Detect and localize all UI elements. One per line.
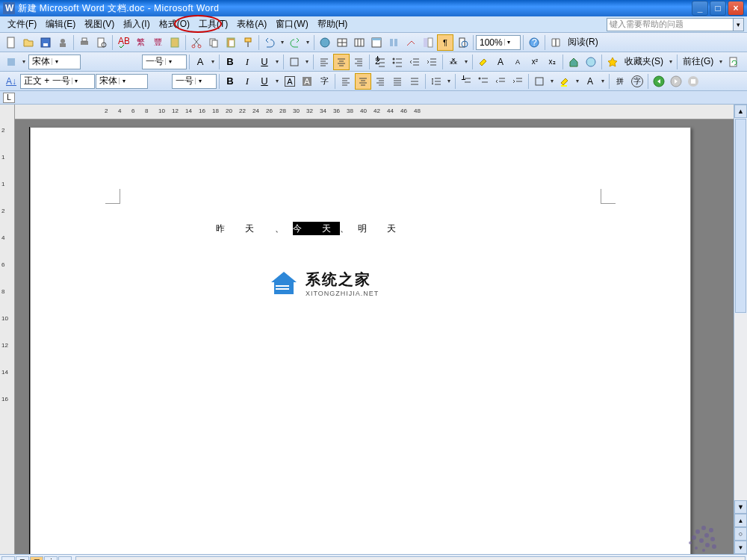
menu-insert[interactable]: 插入(I) xyxy=(119,16,154,32)
permission-icon[interactable] xyxy=(55,34,71,51)
enclose-icon[interactable]: 字 xyxy=(629,73,645,90)
phonetic-icon[interactable]: 拼 xyxy=(612,73,628,90)
border2-icon[interactable] xyxy=(531,73,548,90)
back-nav-icon[interactable] xyxy=(651,73,667,90)
font-grow-icon[interactable]: A xyxy=(492,54,509,70)
menu-table[interactable]: 表格(A) xyxy=(232,16,271,32)
show-marks-icon[interactable]: ¶ xyxy=(437,34,453,51)
preview-icon[interactable] xyxy=(93,34,110,51)
horizontal-scrollbar[interactable]: ◀ xyxy=(75,556,746,561)
scroll-up-icon[interactable]: ▲ xyxy=(734,105,747,118)
print-icon[interactable] xyxy=(76,34,93,51)
highlight2-icon[interactable] xyxy=(557,73,573,90)
style-combo[interactable]: 正文 + 一号▾ xyxy=(20,74,95,89)
maximize-button[interactable]: □ xyxy=(710,1,726,16)
menu-tools[interactable]: 工具(T) xyxy=(194,16,232,32)
align-center-icon[interactable] xyxy=(333,54,350,70)
trad-simp-icon[interactable]: 繁 xyxy=(132,34,149,51)
vertical-ruler[interactable]: 211246810121416 xyxy=(0,105,15,554)
paste-icon[interactable] xyxy=(223,34,239,51)
bold2-icon[interactable]: B xyxy=(222,73,238,90)
spell-icon[interactable]: ABC xyxy=(115,34,131,51)
menu-edit[interactable]: 编辑(E) xyxy=(41,16,80,32)
fontsize-combo-1[interactable]: 一号▾ xyxy=(142,55,187,69)
horizontal-ruler[interactable]: 2468101214161820222426283032343638404244… xyxy=(15,105,734,119)
refresh-icon[interactable] xyxy=(725,54,742,70)
favorites-button[interactable]: 收藏夹(S) xyxy=(622,55,666,68)
align-center2-icon[interactable] xyxy=(355,73,371,90)
menu-help[interactable]: 帮助(H) xyxy=(313,16,353,32)
prev-page-icon[interactable]: ▲ xyxy=(734,514,747,527)
print-view-icon[interactable]: ▦ xyxy=(30,556,43,561)
align-right2-icon[interactable] xyxy=(372,73,388,90)
open-icon[interactable] xyxy=(20,34,37,51)
redo-dropdown[interactable]: ▾ xyxy=(304,39,311,46)
scroll-thumb[interactable] xyxy=(735,119,746,313)
redo-icon[interactable] xyxy=(287,34,303,51)
document-text[interactable]: 昨 天 、今 天、明 天 xyxy=(216,211,405,237)
goto-button[interactable]: 前往(G) xyxy=(680,55,716,68)
close-button[interactable]: × xyxy=(728,1,744,16)
document-page[interactable]: 昨 天 、今 天、明 天 系统之家 XITONGZHIJIA.NET xyxy=(30,127,691,554)
line-spacing-icon[interactable] xyxy=(428,73,444,90)
help-icon[interactable]: ? xyxy=(526,34,542,51)
cut-icon[interactable] xyxy=(188,34,205,51)
char-scale-icon[interactable]: ⁂ xyxy=(445,54,462,70)
indent-dec-icon[interactable] xyxy=(406,54,423,70)
font-color-icon[interactable]: A xyxy=(582,73,598,90)
next-page-icon[interactable]: ▼ xyxy=(734,541,747,554)
stop-nav-icon[interactable] xyxy=(685,73,701,90)
indent-inc-icon[interactable] xyxy=(424,54,440,70)
font-color-a-icon[interactable]: A xyxy=(192,54,208,70)
web-icon[interactable] xyxy=(583,54,599,70)
tab-selector[interactable]: L xyxy=(3,93,15,103)
numbering-icon[interactable]: 12 xyxy=(372,54,388,70)
copy-icon[interactable] xyxy=(205,34,222,51)
bullets-icon[interactable] xyxy=(389,54,406,70)
save-icon[interactable] xyxy=(37,34,54,51)
bold-icon[interactable]: B xyxy=(222,54,238,70)
char-highlight-icon[interactable]: 字 xyxy=(316,73,332,90)
italic-icon[interactable]: I xyxy=(239,54,255,70)
indent-dec2-icon[interactable] xyxy=(492,73,509,90)
chinese-layout-icon[interactable] xyxy=(3,54,19,70)
align-left-icon[interactable] xyxy=(316,54,332,70)
new-doc-icon[interactable] xyxy=(3,34,19,51)
format-painter-icon[interactable] xyxy=(240,34,256,51)
read-icon[interactable] xyxy=(548,34,564,51)
font-combo-2[interactable]: 宋体▾ xyxy=(96,74,148,89)
excel-icon[interactable] xyxy=(368,34,385,51)
favorites-icon[interactable] xyxy=(604,54,621,70)
gridlines-icon[interactable] xyxy=(454,34,471,51)
undo-icon[interactable] xyxy=(261,34,278,51)
subscript-icon[interactable]: x₂ xyxy=(544,54,560,70)
zoom-combo[interactable]: 100%▾ xyxy=(476,35,521,50)
fwd-nav-icon[interactable] xyxy=(668,73,684,90)
char-border-icon[interactable]: A xyxy=(282,73,298,90)
research-icon[interactable] xyxy=(167,34,183,51)
menu-format[interactable]: 格式(O) xyxy=(155,16,194,32)
font-combo-1[interactable]: 宋体▾ xyxy=(28,55,81,69)
tables-borders-icon[interactable] xyxy=(334,34,350,51)
align-right-icon[interactable] xyxy=(350,54,367,70)
bullets2-icon[interactable] xyxy=(475,73,492,90)
normal-view-icon[interactable]: ≡ xyxy=(1,556,15,561)
home-icon[interactable] xyxy=(565,54,582,70)
vertical-scrollbar[interactable]: ▲ ▼ ▲ ○ ▼ xyxy=(734,105,747,554)
char-shading-icon[interactable]: A xyxy=(299,73,315,90)
menu-file[interactable]: 文件(F) xyxy=(3,16,41,32)
hyperlink-icon[interactable] xyxy=(317,34,333,51)
indent-inc2-icon[interactable] xyxy=(509,73,526,90)
read-button[interactable]: 阅读(R) xyxy=(565,36,601,49)
align-left2-icon[interactable] xyxy=(338,73,354,90)
highlight-icon[interactable] xyxy=(475,54,492,70)
italic2-icon[interactable]: I xyxy=(239,73,255,90)
numbering2-icon[interactable]: 1 xyxy=(458,73,474,90)
drawing-toggle-icon[interactable] xyxy=(403,34,419,51)
undo-dropdown[interactable]: ▾ xyxy=(279,39,286,46)
web-view-icon[interactable]: ⊞ xyxy=(16,556,29,561)
simp-trad-icon[interactable]: 豐 xyxy=(149,34,166,51)
border-icon[interactable] xyxy=(286,54,303,70)
menu-window[interactable]: 窗口(W) xyxy=(271,16,312,32)
outline-view-icon[interactable]: ⋮ xyxy=(44,556,58,561)
